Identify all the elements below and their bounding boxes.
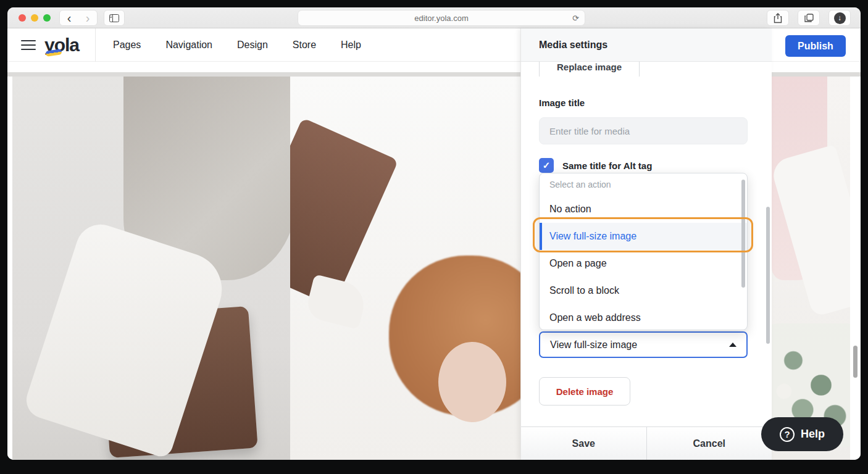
image-title-input[interactable] <box>539 117 748 144</box>
back-button[interactable]: ‹ <box>60 10 78 25</box>
help-widget-label: Help <box>801 428 825 441</box>
menu-item-store[interactable]: Store <box>293 40 316 51</box>
share-button[interactable] <box>767 10 789 26</box>
dropdown-option-scroll-block[interactable]: Scroll to a block <box>540 277 747 304</box>
menu-item-navigation[interactable]: Navigation <box>165 40 212 51</box>
dropdown-scrollbar-thumb[interactable] <box>741 180 745 288</box>
media-settings-panel: Media settings Replace image Image title… <box>520 28 772 460</box>
address-bar[interactable]: editor.yola.com ⟳ <box>298 10 585 26</box>
action-dropdown-list: Select an action No action View full-siz… <box>539 173 748 330</box>
download-icon: ↓ <box>834 12 846 24</box>
panel-title: Media settings <box>521 28 772 62</box>
share-icon <box>774 13 782 23</box>
tab-overview-button[interactable] <box>798 10 820 26</box>
minimize-window-button[interactable] <box>31 14 38 22</box>
action-select-control[interactable]: View full-size image <box>539 331 748 358</box>
photo-woman-curly-hair[interactable] <box>290 77 522 460</box>
replace-image-button[interactable]: Replace image <box>539 62 640 77</box>
downloads-button[interactable]: ↓ <box>828 10 851 26</box>
alt-tag-label: Same title for Alt tag <box>562 160 652 171</box>
checkmark-icon: ✓ <box>543 160 551 171</box>
forward-button[interactable]: › <box>78 10 97 25</box>
hamburger-menu-icon[interactable] <box>21 40 36 50</box>
tabs-icon <box>804 14 814 23</box>
help-widget-button[interactable]: ? Help <box>761 417 843 451</box>
panel-footer: Save Cancel <box>521 426 772 460</box>
replace-image-button-clipped: Replace image <box>539 62 640 77</box>
browser-toolbar: ‹ › editor.yola.com ⟳ ↓ <box>7 7 861 28</box>
image-title-label: Image title <box>539 98 585 108</box>
dropdown-placeholder: Select an action <box>540 173 747 196</box>
publish-button[interactable]: Publish <box>785 35 846 57</box>
panel-title-text: Media settings <box>539 40 607 51</box>
history-nav-group: ‹ › <box>59 10 98 26</box>
menu-item-design[interactable]: Design <box>237 40 268 51</box>
question-mark-icon: ? <box>780 427 795 442</box>
address-bar-url: editor.yola.com <box>414 14 468 23</box>
action-select-value: View full-size image <box>550 339 637 351</box>
photo-woman-with-flowers[interactable] <box>772 77 850 460</box>
page-scrollbar-thumb[interactable] <box>853 346 858 378</box>
zoom-window-button[interactable] <box>43 14 51 22</box>
delete-image-button[interactable]: Delete image <box>539 377 630 405</box>
photo2-suitcase-shape <box>290 118 399 307</box>
caret-up-icon <box>729 343 737 347</box>
dropdown-option-open-page[interactable]: Open a page <box>540 250 747 277</box>
browser-window: ‹ › editor.yola.com ⟳ ↓ <box>7 7 861 460</box>
cancel-button[interactable]: Cancel <box>647 427 772 460</box>
menu-item-help[interactable]: Help <box>341 40 361 51</box>
sidebar-icon <box>109 14 119 22</box>
menu-item-pages[interactable]: Pages <box>113 40 141 51</box>
dropdown-option-view-full-size[interactable]: View full-size image <box>540 223 747 250</box>
save-button[interactable]: Save <box>521 427 647 460</box>
yola-logo[interactable]: yola <box>44 36 79 54</box>
sidebar-toggle-button[interactable] <box>104 10 125 26</box>
alt-tag-row[interactable]: ✓ Same title for Alt tag <box>539 158 652 173</box>
photo2-face-shape <box>438 342 506 422</box>
photo2-boot-shape <box>304 274 369 330</box>
panel-scrollbar-thumb[interactable] <box>766 207 770 344</box>
dropdown-option-web-address[interactable]: Open a web address <box>540 304 747 330</box>
traffic-lights <box>19 14 51 22</box>
alt-tag-checkbox[interactable]: ✓ <box>539 158 554 173</box>
photo-woman-on-suitcase[interactable] <box>12 77 290 460</box>
dropdown-option-no-action[interactable]: No action <box>540 196 747 223</box>
close-window-button[interactable] <box>19 14 26 22</box>
main-menu: Pages Navigation Design Store Help <box>113 28 361 62</box>
reload-icon[interactable]: ⟳ <box>572 14 579 23</box>
brand-block: yola <box>7 28 96 62</box>
